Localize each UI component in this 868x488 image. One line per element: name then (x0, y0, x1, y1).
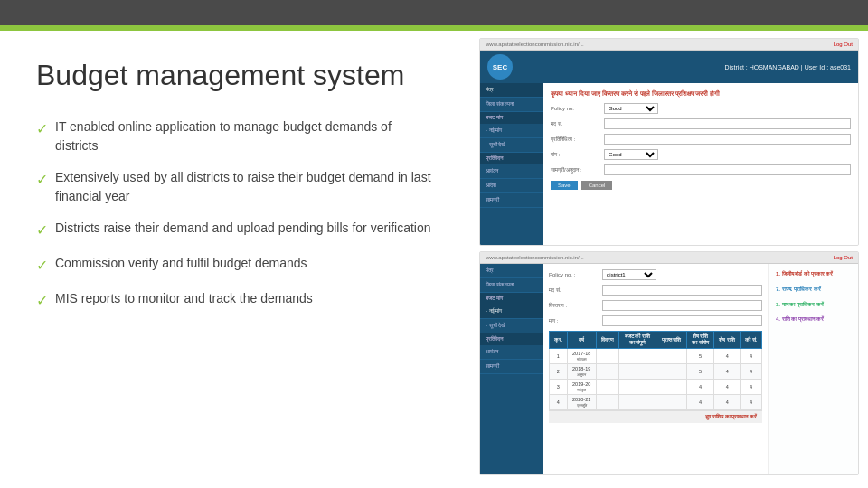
table-header: प्राप्त राशि (656, 332, 687, 349)
sidebar-nav-item[interactable]: जिला संकल्पना (480, 98, 543, 112)
form-label: मद सं. (549, 287, 599, 294)
table-cell: 4 (686, 380, 713, 395)
sidebar-nav-section: प्रतिवेदन (480, 333, 543, 345)
sidebar-nav-item[interactable]: जिला संकल्पना (480, 278, 543, 293)
sidebar-nav-item[interactable]: मंत्र (480, 83, 543, 98)
sidebar-nav-item[interactable]: मंत्र (480, 264, 543, 278)
bottom-vistar-input[interactable] (602, 300, 762, 311)
list-item: ✓ Districts raise their demand and uploa… (36, 219, 434, 241)
table-cell: 5 (686, 349, 713, 364)
form-row: मद सं. (549, 285, 762, 296)
right-panel: www.apstateelectioncommission.nic.in/...… (470, 31, 868, 488)
demand-select[interactable]: Good (604, 149, 658, 160)
logout-link-2[interactable]: Log Out (834, 255, 853, 260)
bottom-screenshot-card: www.apstateelectioncommission.nic.in/...… (479, 251, 859, 475)
card-bottom-body: मंत्र जिला संकल्पना बजट मांग - नई मांग -… (480, 264, 858, 474)
steps-panel: 1. जिलीय बोर्ड को प्रकार करें 7. राज्य. … (768, 264, 858, 474)
sidebar-nav-item[interactable]: सामग्री (480, 193, 543, 208)
table-cell: 2017-18मांगपत्र (567, 349, 596, 364)
card-bottom-form: Policy no. : district1 मद सं. विस्तरण : … (543, 264, 768, 474)
bullet-text: Extensively used by all districts to rai… (55, 168, 434, 206)
list-item: ✓ Commission verify and fulfil budget de… (36, 254, 434, 277)
bottom-demand-input[interactable] (602, 315, 762, 326)
table-cell: 4 (714, 349, 741, 364)
sidebar-nav-item[interactable]: - नई मांग (480, 124, 543, 138)
form-row: Policy no. Good (551, 103, 851, 114)
sidebar-nav-item[interactable]: आवंटन (480, 164, 543, 179)
main-content: Budget management system ✓ IT enabled on… (0, 31, 868, 488)
table-cell (596, 395, 618, 410)
checkmark-icon: ✓ (36, 220, 48, 241)
bottom-policy-select[interactable]: district1 (602, 269, 656, 280)
table-header: बजट की राशिका संपूर्ण (618, 332, 656, 349)
table-cell (618, 349, 656, 364)
checkmark-icon: ✓ (36, 290, 48, 312)
table-cell (656, 380, 687, 395)
table-cell (618, 364, 656, 380)
policy-select[interactable]: Good (604, 103, 658, 114)
mad-input[interactable] (604, 118, 851, 129)
table-cell: 4 (741, 395, 762, 410)
table-cell: 5 (686, 364, 713, 380)
form-row: सामग्री/अनुदान : (551, 164, 851, 175)
sidebar-nav-section: बजट मांग (480, 293, 543, 305)
step-item-4: 4. राशि का प्रावधान करें (774, 314, 853, 325)
sidebar-nav-item[interactable]: आदेश (480, 179, 543, 193)
amount-input[interactable] (604, 164, 851, 175)
list-item: ✓ IT enabled online application to manag… (36, 117, 434, 155)
table-cell: 4 (741, 380, 762, 395)
sidebar-nav-item[interactable]: सामग्री (480, 360, 543, 374)
form-buttons: Save Cancel (551, 181, 851, 190)
form-label: मांग : (549, 318, 599, 324)
form-label: प्रतिनिधित्व : (551, 136, 600, 143)
table-cell (656, 349, 687, 364)
sidebar-nav-item[interactable]: आवंटन (480, 345, 543, 360)
cancel-button[interactable]: Cancel (581, 181, 613, 190)
checkmark-icon: ✓ (36, 118, 48, 140)
card-form: कृपया ध्यान दिया जाए विस्तरण करने से पहल… (543, 83, 858, 246)
browser-url-bar-2: www.apstateelectioncommission.nic.in/...… (480, 252, 858, 264)
card-bottom-sidebar: मंत्र जिला संकल्पना बजट मांग - नई मांग -… (480, 264, 543, 474)
table-cell: 4 (714, 395, 741, 410)
sidebar-nav-item[interactable]: - सूची देखें (480, 319, 543, 333)
bullet-text: Commission verify and fulfil budget dema… (55, 254, 434, 273)
sidebar-nav-item[interactable]: - सूची देखें (480, 138, 543, 153)
form-row: Policy no. : district1 (549, 269, 762, 280)
form-label: विस्तरण : (549, 303, 599, 309)
bottom-action-bar: भुग राशिय का प्रावधान करें (549, 410, 762, 423)
sidebar-nav-item[interactable]: - नई मांग (480, 305, 543, 319)
checkmark-icon: ✓ (36, 169, 48, 191)
step-item-2: 7. राज्य. प्राधिकर करें (774, 285, 853, 296)
budget-table: क्र. वर्ष विवरण बजट की राशिका संपूर्ण प्… (549, 331, 762, 410)
table-cell (618, 380, 656, 395)
table-cell: 4 (741, 349, 762, 364)
table-header: वर्ष (567, 332, 596, 349)
list-item: ✓ Extensively used by all districts to r… (36, 168, 434, 206)
table-header: क्र. (550, 332, 568, 349)
table-row: 3 2019-20स्वीकृत 4 4 4 (550, 380, 762, 395)
form-row: मद सं. (551, 118, 851, 129)
table-cell: 4 (741, 364, 762, 380)
card-sub-header: SEC District : HOSMANGABAD | User Id : a… (480, 51, 858, 83)
top-navigation-bar (0, 0, 868, 25)
bullet-list: ✓ IT enabled online application to manag… (36, 117, 434, 312)
pratinidhi-input[interactable] (604, 134, 851, 145)
sidebar-nav-section: प्रतिवेदन (480, 153, 543, 164)
form-label: मांग : (551, 152, 600, 158)
table-cell: 2 (550, 364, 568, 380)
form-label: Policy no. (551, 106, 600, 111)
bottom-action-link[interactable]: भुग राशिय का प्रावधान करें (705, 414, 757, 420)
logout-link[interactable]: Log Out (834, 42, 853, 47)
bullet-text: Districts raise their demand and upload … (55, 219, 434, 238)
table-cell (656, 364, 687, 380)
bottom-mad-input[interactable] (602, 285, 762, 296)
table-header: शेष राशि (714, 332, 741, 349)
form-label: Policy no. : (549, 272, 599, 277)
save-button[interactable]: Save (551, 181, 578, 190)
card-sidebar: मंत्र जिला संकल्पना बजट मांग - नई मांग -… (480, 83, 543, 246)
table-cell: 2019-20स्वीकृत (567, 380, 596, 395)
table-row: 2 2018-19अनुमान 5 4 4 (550, 364, 762, 380)
form-label: सामग्री/अनुदान : (551, 167, 600, 174)
table-cell (596, 364, 618, 380)
form-row: मांग : (549, 315, 762, 326)
